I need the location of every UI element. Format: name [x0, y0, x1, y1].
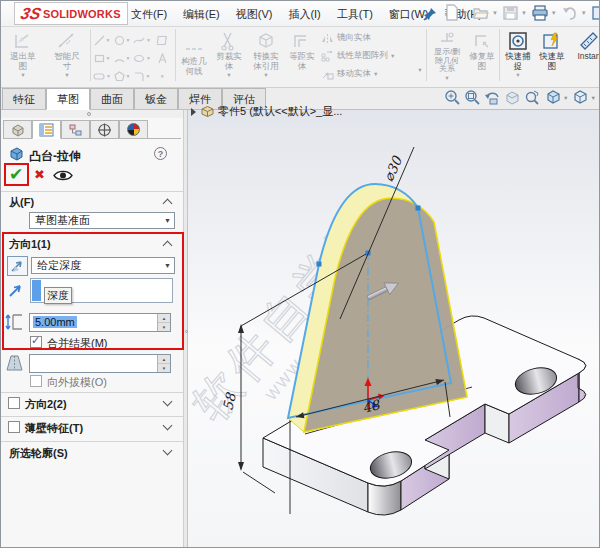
text-tool[interactable]: [152, 49, 172, 67]
preview-eye-button[interactable]: [53, 169, 73, 182]
panel-title: 凸台-拉伸: [29, 148, 81, 165]
rebuild-button[interactable]: [591, 4, 600, 22]
displaymanager-tab[interactable]: [119, 120, 148, 139]
ellipse-tool[interactable]: ▼: [132, 49, 152, 67]
direction2-checkbox[interactable]: [8, 397, 20, 409]
move-entities-button[interactable]: 移动实体▼: [321, 67, 415, 81]
save-button[interactable]: ▼: [502, 4, 529, 22]
feature-tree-node[interactable]: 零件5 (默认<<默认>_显...: [191, 104, 342, 119]
open-doc-button[interactable]: ▼: [472, 4, 500, 22]
headsup-toolbar: ▼ ▼: [444, 89, 600, 106]
zoom-fit-button[interactable]: [444, 89, 461, 106]
tab-features[interactable]: 特征: [2, 88, 46, 109]
from-dropdown-value: 草图基准面: [35, 213, 90, 228]
sketch-tool[interactable]: [152, 31, 172, 49]
thin-feature-section-label[interactable]: 薄壁特征(T): [25, 421, 83, 436]
linear-pattern-button[interactable]: 线性草图阵列▼: [321, 49, 415, 63]
arc-tool[interactable]: ▼: [112, 49, 132, 67]
circle-tool[interactable]: ▼: [112, 31, 132, 49]
draft-angle-spinbox[interactable]: ▲▼: [29, 354, 171, 373]
tree-expand-arrow[interactable]: [191, 108, 196, 116]
new-doc-button[interactable]: ▼: [444, 4, 470, 22]
selected-contours-section-label[interactable]: 所选轮廓(S): [9, 446, 68, 461]
offset-entities-icon: [292, 30, 312, 52]
boss-extrude-icon: [8, 146, 25, 161]
graphics-area[interactable]: 软件自学网 WWW.RJZXW.COM: [187, 109, 600, 548]
menubar: 3S SOLIDWORKS 文件(F) 编辑(E) 视图(V) 插入(I) 工具…: [1, 1, 600, 27]
point-tool[interactable]: [152, 67, 172, 85]
draft-icon: [5, 354, 25, 372]
polygon-tool[interactable]: ▼: [112, 67, 132, 85]
view-settings-button[interactable]: [524, 89, 541, 106]
propertymanager-tab[interactable]: [32, 120, 61, 139]
trim-entities-icon: [219, 30, 239, 52]
display-style-button[interactable]: ▼: [571, 89, 595, 106]
construction-geometry-button[interactable]: 构造几 何线: [177, 27, 211, 87]
annotation-box-direction1: [2, 232, 184, 350]
trim-entities-button[interactable]: 剪裁实 体▼: [211, 27, 247, 87]
thin-feature-checkbox[interactable]: [8, 421, 20, 433]
configurationmanager-icon: [68, 123, 83, 137]
solidworks-logo: 3S SOLIDWORKS: [14, 2, 128, 25]
draft-outward-checkbox[interactable]: [30, 375, 42, 387]
dimxpertmanager-tab[interactable]: [90, 120, 119, 139]
displaymanager-icon: [127, 123, 140, 136]
construction-geometry-icon: [186, 41, 202, 57]
tab-surfaces[interactable]: 曲面: [90, 88, 134, 109]
rapid-sketch-icon: [542, 30, 562, 52]
logo-text: SOLIDWORKS: [43, 8, 121, 20]
previous-view-button[interactable]: [484, 89, 501, 106]
exit-sketch-button[interactable]: 退出草 图▼: [1, 27, 45, 87]
line-tool[interactable]: ▼: [92, 31, 112, 49]
mirror-entities-button[interactable]: 镜向实体: [321, 31, 415, 45]
rapid-sketch-button[interactable]: 快速草 图: [535, 27, 569, 87]
menu-file[interactable]: 文件(F): [123, 7, 175, 22]
annotation-box-ok: [4, 163, 29, 186]
menu-insert[interactable]: 插入(I): [280, 7, 328, 22]
convert-entities-button[interactable]: 转换实 体引用▼: [247, 27, 285, 87]
instant2d-icon: [579, 30, 599, 52]
ribbon-toolbar: 退出草 图▼ 智能尺 寸▼ ▼ ▼ ▼ ▼ ▼ ▼ ▼ ▼ ▼ 构造几 何线: [1, 27, 600, 88]
fillet-tool[interactable]: ▼: [132, 67, 152, 85]
draft-outward-label[interactable]: 向外拔模(O): [47, 375, 107, 390]
repair-sketch-icon: [473, 30, 491, 52]
solidworks-window: 软件自学网 WWW.RJZXW.COM: [0, 0, 600, 548]
repair-sketch-button[interactable]: 修复草 图: [466, 27, 498, 87]
smart-dimension-button[interactable]: 智能尺 寸▼: [45, 27, 89, 87]
section-view-button[interactable]: [504, 89, 521, 106]
view-orientation-button[interactable]: ▼: [544, 89, 568, 106]
menu-view[interactable]: 视图(V): [228, 7, 281, 22]
exit-sketch-icon: [12, 30, 34, 52]
configurationmanager-tab[interactable]: [61, 120, 90, 139]
smart-dimension-icon: [56, 30, 78, 52]
zoom-area-button[interactable]: [464, 89, 481, 106]
direction2-section-label[interactable]: 方向2(2): [25, 397, 67, 412]
tab-sheetmetal[interactable]: 钣金: [134, 88, 178, 109]
tab-sketch[interactable]: 草图: [46, 88, 90, 110]
offset-entities-button[interactable]: 等距实 体: [285, 27, 319, 87]
spline-tool[interactable]: ▼: [132, 31, 152, 49]
print-button[interactable]: ▼: [531, 4, 559, 22]
convert-entities-icon: [256, 30, 276, 52]
rectangle-tool[interactable]: ▼: [92, 49, 112, 67]
slot-tool[interactable]: ▼: [92, 67, 112, 85]
display-delete-relations-button[interactable]: 显示/删 除几何 关系▼: [428, 27, 466, 87]
pin-icon[interactable]: [422, 6, 438, 22]
from-dropdown[interactable]: 草图基准面▼: [29, 212, 175, 229]
part-icon: [200, 105, 215, 118]
featuremanager-tab[interactable]: [3, 120, 32, 139]
from-section-label[interactable]: 从(F): [9, 195, 34, 210]
draft-spinner[interactable]: ▲▼: [157, 355, 170, 372]
propertymanager-icon: [39, 123, 54, 137]
menu-tools[interactable]: 工具(T): [329, 7, 381, 22]
quick-snaps-button[interactable]: 快速捕 捉▼: [501, 27, 535, 87]
menu-edit[interactable]: 编辑(E): [175, 7, 228, 22]
sketch-entities-grid: ▼ ▼ ▼ ▼ ▼ ▼ ▼ ▼ ▼: [92, 27, 174, 87]
undo-button[interactable]: ▼: [561, 4, 589, 22]
help-icon[interactable]: ?: [154, 147, 167, 160]
instant2d-button[interactable]: Instan: [569, 27, 600, 87]
quick-snaps-icon: [508, 30, 528, 52]
dimxpertmanager-icon: [97, 123, 112, 137]
display-relations-icon: [439, 30, 455, 48]
cancel-button[interactable]: ✖: [34, 167, 45, 182]
